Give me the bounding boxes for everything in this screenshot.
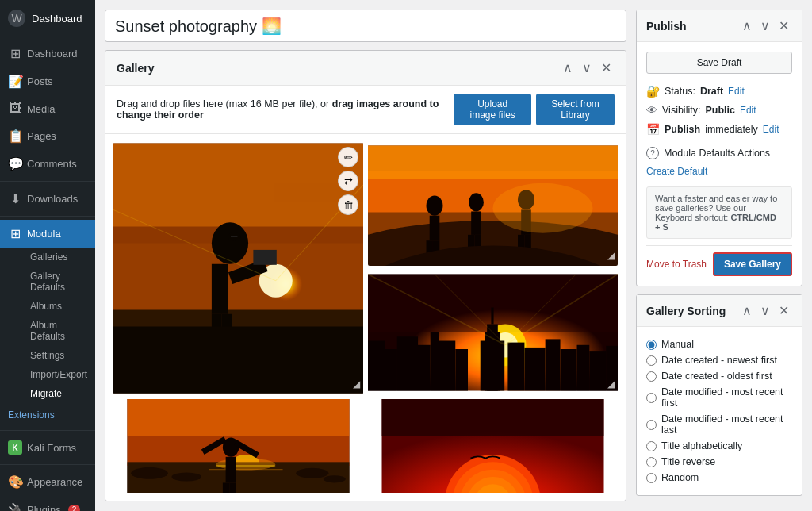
save-draft-btn[interactable]: Save Draft [646,52,792,74]
sidebar-logo[interactable]: W Dashboard [0,0,95,36]
sidebar-item-downloads[interactable]: ⬇ Downloads [0,185,95,213]
visibility-edit-link[interactable]: Edit [740,105,756,116]
sort-title-alpha-radio[interactable] [646,441,657,451]
publish-panel-controls: ∧ ∨ ✕ [739,17,792,35]
sidebar-separator-2 [0,216,95,217]
create-default-link[interactable]: Create Default [646,163,792,180]
publish-panel-title: Publish [646,20,687,33]
gallery-item-1-resize[interactable]: ◢ [347,378,360,391]
gallery-grid: ✏ ⇄ 🗑 ◢ [105,134,626,501]
svg-rect-47 [491,308,493,325]
posts-icon: 📝 [8,74,22,89]
sort-option-title-alpha[interactable]: Title alphabetically [646,438,792,454]
sort-random-radio[interactable] [646,473,657,483]
main-content: Gallery ∧ ∨ ✕ Drag and drop files here (… [95,0,812,511]
sort-date-newest-radio[interactable] [646,355,657,366]
sidebar-item-appearance[interactable]: 🎨 Appearance [0,468,95,496]
publish-panel-up-btn[interactable]: ∧ [739,17,755,35]
sidebar-item-plugins[interactable]: 🔌 Plugins 2 [0,496,95,511]
submenu-galleries[interactable]: Galleries [22,248,95,267]
gallery-collapse-down-btn[interactable]: ∨ [579,59,595,77]
svg-rect-43 [418,345,431,391]
sidebar-item-pages[interactable]: 📋 Pages [0,122,95,150]
gallery-item-2-resize[interactable]: ◢ [602,250,615,263]
sidebar-item-label: Dashboard [27,48,78,60]
gallery-item-1-delete-btn[interactable]: 🗑 [338,194,358,215]
gallery-item-3-resize[interactable]: ◢ [602,378,615,391]
gallery-item-1-edit-btn[interactable]: ✏ [338,147,358,167]
gallery-item-5-resize[interactable]: ◢ [602,477,615,490]
submenu-import-export[interactable]: Import/Export [22,365,95,384]
gallery-item-4[interactable]: ◢ [113,399,363,493]
sort-option-modified-oldest[interactable]: Date modified - most recent last [646,411,792,438]
sidebar-item-media[interactable]: 🖼 Media [0,95,95,122]
sidebar-item-comments[interactable]: 💬 Comments [0,150,95,178]
status-row: 🔐 Status: Draft Edit [646,82,792,101]
publish-label: Publish [665,124,700,135]
sidebar-item-posts[interactable]: 📝 Posts [0,67,95,95]
sidebar-item-dashboard[interactable]: ⊞ Dashboard [0,40,95,67]
sort-modified-oldest-radio[interactable] [646,420,657,430]
select-from-library-btn[interactable]: Select from Library [536,94,615,125]
gallery-collapse-up-btn[interactable]: ∧ [560,59,576,77]
sort-date-oldest-radio[interactable] [646,371,657,382]
sort-option-modified-newest[interactable]: Date modified - most recent first [646,384,792,411]
sidebar-extensions[interactable]: Extensions [0,403,95,427]
upload-image-btn[interactable]: Upload image files [454,94,531,125]
status-icon: 🔐 [646,85,660,98]
gallery-item-4-resize[interactable]: ◢ [347,477,360,490]
sort-option-title-reverse[interactable]: Title reverse [646,454,792,470]
submenu-album-defaults[interactable]: Album Defaults [22,316,95,346]
post-title-input[interactable] [115,17,616,35]
modula-defaults-row[interactable]: ? Modula Defaults Actions [646,144,792,163]
submenu-gallery-defaults[interactable]: Gallery Defaults [22,267,95,297]
status-edit-link[interactable]: Edit [728,86,745,97]
svg-rect-50 [481,341,504,391]
svg-rect-41 [385,349,397,391]
gallery-item-1-swap-btn[interactable]: ⇄ [338,171,358,191]
submenu-migrate[interactable]: Migrate [22,384,95,403]
sidebar-item-label: Comments [27,158,77,170]
sort-option-date-newest[interactable]: Date created - newest first [646,352,792,368]
gallery-close-btn[interactable]: ✕ [598,59,615,77]
publish-panel-close-btn[interactable]: ✕ [776,17,792,35]
sorting-panel-up-btn[interactable]: ∧ [739,302,755,320]
svg-point-26 [469,193,484,211]
sort-option-date-oldest[interactable]: Date created - oldest first [646,368,792,384]
sort-modified-newest-radio[interactable] [646,393,657,403]
svg-rect-77 [229,482,236,493]
submenu-albums[interactable]: Albums [22,297,95,316]
sidebar: W Dashboard ⊞ Dashboard 📝 Posts 🖼 Media … [0,0,95,511]
sorting-panel-close-btn[interactable]: ✕ [776,302,792,320]
gallery-item-3[interactable]: ◢ [368,271,618,394]
calendar-icon: 📅 [646,123,660,136]
move-to-trash-btn[interactable]: Move to Trash [646,259,707,270]
publish-panel-down-btn[interactable]: ∨ [757,17,773,35]
kali-forms-icon: K [8,440,22,455]
sidebar-nav: ⊞ Dashboard 📝 Posts 🖼 Media 📋 Pages 💬 Co… [0,40,95,511]
svg-point-71 [172,472,201,481]
publish-timing: immediately [705,124,758,135]
gallery-item-1[interactable]: ✏ ⇄ 🗑 ◢ [113,142,363,394]
sort-manual-radio[interactable] [646,340,657,350]
gallery-item-2[interactable]: ◢ [368,142,618,266]
dashboard-icon: ⊞ [8,46,22,61]
sidebar-item-modula[interactable]: ⊞ Modula [0,220,95,248]
sort-title-reverse-radio[interactable] [646,457,657,467]
publish-time-row: 📅 Publish immediately Edit [646,120,792,139]
sorting-panel-down-btn[interactable]: ∨ [757,302,773,320]
svg-rect-3 [113,144,363,227]
sort-option-manual[interactable]: Manual [646,336,792,352]
downloads-icon: ⬇ [8,191,22,206]
sidebar-item-kali-forms[interactable]: K Kali Forms [0,434,95,461]
sort-modified-oldest-label: Date modified - most recent last [661,413,792,436]
save-gallery-btn[interactable]: Save Gallery [713,252,792,276]
sort-option-random[interactable]: Random [646,470,792,486]
migrate-label: Migrate [30,388,62,399]
submenu-settings[interactable]: Settings [22,346,95,365]
gallery-image-3 [368,271,618,394]
content-area: Gallery ∧ ∨ ✕ Drag and drop files here (… [95,0,812,511]
wp-icon: W [8,10,25,27]
publish-edit-link[interactable]: Edit [763,124,779,135]
gallery-item-5[interactable]: ◢ [368,399,618,493]
